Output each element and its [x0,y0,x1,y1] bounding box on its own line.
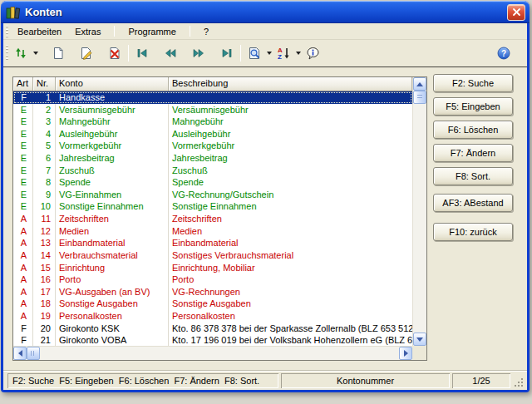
table-row[interactable]: A 18 Sonstige Ausgaben Sonstige Ausgaben [13,298,412,310]
toolbar: A Z ? [3,40,527,67]
button-f5eingeben[interactable]: F5: Eingeben [433,97,513,116]
arrow-down-icon [416,337,423,342]
preview-dropdown[interactable] [264,43,273,63]
table-row[interactable]: A 11 Zeitschriften Zeitschriften [13,213,412,225]
table-row[interactable]: E 5 Vormerkgebühr Vormerkgebühr [13,140,412,152]
horizontal-scroll-track[interactable] [40,347,399,360]
horizontal-scrollbar[interactable] [13,346,412,360]
toolbar-grip[interactable] [6,45,8,62]
help-icon: ? [497,47,510,60]
nav-next-icon [193,47,204,59]
arrow-right-icon [404,350,408,357]
scroll-right-button[interactable] [399,347,412,360]
table-rows: F 1 Handkasse E 2 Versäumnisgebühr Versä… [13,91,412,346]
table-row[interactable]: E 2 Versäumnisgebühr Versäumnisgebühr [13,104,412,116]
scroll-up-button[interactable] [413,77,426,91]
horizontal-scroll-thumb[interactable] [27,347,40,360]
arrow-left-icon [18,350,22,357]
nav-first-icon [136,47,148,59]
scroll-down-button[interactable] [413,333,426,346]
close-button[interactable] [507,4,525,21]
table-header: Art Nr. Konto Beschreibung [13,77,412,91]
svg-text:Z: Z [278,53,282,60]
chevron-down-icon [267,52,272,55]
new-record-icon [52,47,65,60]
table-row[interactable]: E 6 Jahresbeitrag Jahresbeitrag [13,152,412,165]
preview-button[interactable] [244,43,264,63]
menu-item-?[interactable]: ? [197,25,215,38]
edit-record-icon [80,47,93,60]
button-f6lschen[interactable]: F6: Löschen [433,121,513,139]
button-af3abestand[interactable]: AF3: ABestand [433,194,513,212]
info-button[interactable] [303,43,323,63]
table-row[interactable]: E 10 Sonstige Einnahmen Sonstige Einnahm… [13,200,412,213]
nav-prev-button[interactable] [160,43,180,63]
delete-record-button[interactable] [105,43,125,63]
table-row[interactable]: F 1 Handkasse [13,91,412,104]
nav-first-button[interactable] [132,43,152,63]
column-header-nr[interactable]: Nr. [33,77,56,91]
status-bar: F2: Suche F5: Eingeben F6: Löschen F7: Ä… [3,370,527,390]
window-title: Konten [25,6,507,18]
delete-record-icon [108,47,121,60]
scroll-left-button[interactable] [13,347,27,360]
table-row[interactable]: E 8 Spende Spende [13,176,412,189]
accounts-table: Art Nr. Konto Beschreibung F 1 Handkasse… [12,76,427,361]
help-button[interactable]: ? [494,43,514,63]
table-row[interactable]: F 20 Girokonto KSK Kto. 86 378 378 bei d… [13,323,412,335]
nav-last-button[interactable] [217,43,237,63]
menu-item-bearbeiten[interactable]: Bearbeiten [11,25,68,38]
button-f10zurck[interactable]: F10: zurück [433,223,513,241]
table-row[interactable]: E 3 Mahngebühr Mahngebühr [13,116,412,128]
table-row[interactable]: A 13 Einbandmaterial Einbandmaterial [13,237,412,249]
edit-record-button[interactable] [76,43,96,63]
nav-next-button[interactable] [189,43,209,63]
menu-separator [114,26,115,37]
nav-prev-icon [165,47,176,59]
table-row[interactable]: A 19 Personalkosten Personalkosten [13,310,412,323]
table-row[interactable]: E 9 VG-Einnahmen VG-Rechnung/Gutschein [13,189,412,201]
new-record-button[interactable] [48,43,68,63]
menu-item-programme[interactable]: Programme [121,25,182,38]
refresh-dropdown[interactable] [31,43,40,63]
menu-grip[interactable] [6,26,8,37]
client-area: Art Nr. Konto Beschreibung F 1 Handkasse… [3,67,527,370]
table-row[interactable]: A 17 VG-Ausgaben (an BV) VG-Rechnungen [13,286,412,298]
table-row[interactable]: A 12 Medien Medien [13,225,412,238]
table-row[interactable]: A 15 Einrichtung Einrichtung, Mobiliar [13,262,412,274]
table-row[interactable]: F 21 Girokonto VOBA Kto. 17 196 019 bei … [13,334,412,346]
menu-separator [190,26,190,37]
column-header-art[interactable]: Art [13,77,33,91]
table-row[interactable]: A 14 Verbrauchsmaterial Sonstiges Verbra… [13,249,412,262]
nav-last-icon [221,47,233,59]
status-record-position: 1/25 [452,373,510,388]
preview-icon [248,47,261,60]
menu-bar: BearbeitenExtrasProgramme? [3,23,527,40]
vertical-scroll-track[interactable] [413,104,426,333]
arrow-up-icon [416,82,423,86]
menu-item-extras[interactable]: Extras [68,25,107,38]
refresh-button[interactable] [11,43,31,63]
chevron-down-icon [296,52,301,55]
close-icon [512,7,521,17]
sort-az-button[interactable]: A Z [273,43,293,63]
button-f2suche[interactable]: F2: Suche [433,74,513,92]
column-header-beschreibung[interactable]: Beschreibung [169,77,412,91]
vertical-scroll-thumb[interactable] [413,91,426,104]
status-sort-field: Kontonummer [281,373,450,388]
table-row[interactable]: E 4 Ausleihgebühr Ausleihgebühr [13,128,412,140]
resize-grip[interactable] [513,377,524,387]
vertical-scrollbar[interactable] [412,77,426,346]
scrollbar-corner [412,346,426,360]
table-row[interactable]: E 7 Zuschuß Zuschuß [13,165,412,177]
app-window: Konten BearbeitenExtrasProgramme? [1,1,530,392]
button-f7ndern[interactable]: F7: Ändern [433,144,513,162]
sort-dropdown[interactable] [293,43,303,63]
svg-text:?: ? [501,49,506,58]
title-bar[interactable]: Konten [1,1,530,23]
refresh-icon [14,47,27,60]
table-row[interactable]: A 16 Porto Porto [13,273,412,286]
column-header-konto[interactable]: Konto [56,77,169,91]
info-icon [306,47,320,60]
button-f8sort[interactable]: F8: Sort. [433,167,513,185]
